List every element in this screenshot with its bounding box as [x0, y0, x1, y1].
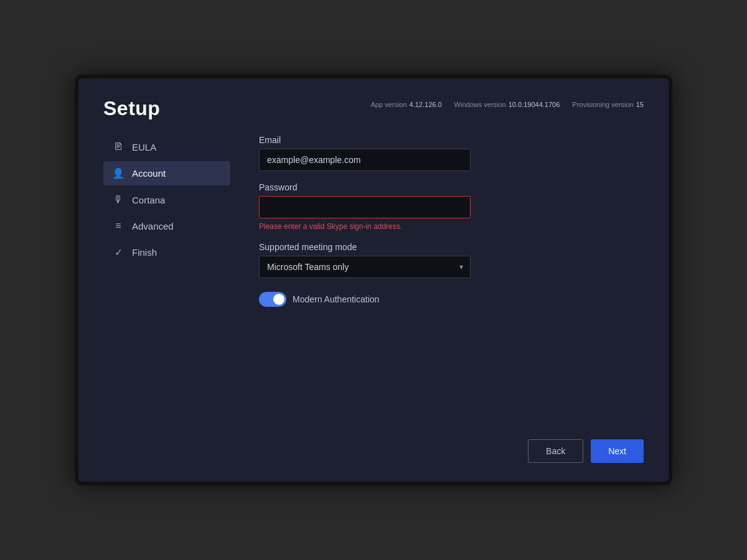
- sidebar-item-eula[interactable]: 🖹 EULA: [103, 135, 230, 159]
- sidebar-item-cortana[interactable]: 🎙 Cortana: [103, 188, 230, 212]
- sidebar-label-finish: Finish: [132, 247, 157, 258]
- next-button[interactable]: Next: [591, 439, 644, 463]
- app-version-value: 4.12.126.0: [410, 101, 442, 108]
- password-field-group: Password Please enter a valid Skype sign…: [259, 182, 644, 231]
- header-row: Setup App version 4.12.126.0 Windows ver…: [103, 97, 644, 120]
- email-input[interactable]: [259, 149, 471, 171]
- screen-inner: Setup App version 4.12.126.0 Windows ver…: [78, 78, 669, 482]
- eula-icon: 🖹: [112, 141, 125, 152]
- screen-frame: Setup App version 4.12.126.0 Windows ver…: [75, 75, 672, 485]
- finish-icon: ✓: [112, 246, 125, 258]
- back-button[interactable]: Back: [528, 439, 583, 463]
- button-row: Back Next: [259, 427, 644, 463]
- app-version-item: App version 4.12.126.0: [370, 101, 441, 108]
- sidebar-label-advanced: Advanced: [132, 221, 174, 231]
- modern-auth-label: Modern Authentication: [293, 294, 379, 304]
- provisioning-label: Provisioning version: [572, 101, 633, 108]
- cortana-icon: 🎙: [112, 194, 125, 205]
- meeting-mode-select[interactable]: Microsoft Teams only Skype for Business …: [259, 256, 471, 278]
- meeting-mode-wrapper: Microsoft Teams only Skype for Business …: [259, 256, 471, 278]
- page-title: Setup: [103, 97, 160, 120]
- windows-version-item: Windows version 10.0.19044.1706: [454, 101, 560, 108]
- sidebar: 🖹 EULA 👤 Account 🎙 Cortana ≡ Advanced ✓: [103, 135, 240, 463]
- version-info: App version 4.12.126.0 Windows version 1…: [370, 97, 644, 108]
- meeting-mode-group: Supported meeting mode Microsoft Teams o…: [259, 242, 644, 278]
- modern-auth-row: Modern Authentication: [259, 292, 644, 307]
- error-message: Please enter a valid Skype sign-in addre…: [259, 222, 644, 231]
- account-icon: 👤: [112, 167, 125, 179]
- password-label: Password: [259, 182, 644, 192]
- modern-auth-toggle[interactable]: [259, 292, 286, 307]
- meeting-mode-label: Supported meeting mode: [259, 242, 644, 252]
- windows-version-label: Windows version: [454, 101, 506, 108]
- app-version-label: App version: [370, 101, 406, 108]
- main-content: Email Password Please enter a valid Skyp…: [240, 135, 644, 463]
- email-field-group: Email: [259, 135, 644, 171]
- sidebar-item-account[interactable]: 👤 Account: [103, 161, 230, 185]
- sidebar-label-cortana: Cortana: [132, 195, 165, 205]
- windows-version-value: 10.0.19044.1706: [509, 101, 560, 108]
- provisioning-value: 15: [636, 101, 644, 108]
- provisioning-version-item: Provisioning version 15: [572, 101, 644, 108]
- email-label: Email: [259, 135, 644, 145]
- sidebar-label-account: Account: [132, 168, 166, 179]
- password-input[interactable]: [259, 196, 471, 218]
- sidebar-item-finish[interactable]: ✓ Finish: [103, 240, 230, 264]
- content-row: 🖹 EULA 👤 Account 🎙 Cortana ≡ Advanced ✓: [103, 135, 644, 463]
- sidebar-item-advanced[interactable]: ≡ Advanced: [103, 214, 230, 238]
- advanced-icon: ≡: [112, 220, 125, 231]
- toggle-knob: [273, 294, 284, 305]
- sidebar-label-eula: EULA: [132, 142, 156, 152]
